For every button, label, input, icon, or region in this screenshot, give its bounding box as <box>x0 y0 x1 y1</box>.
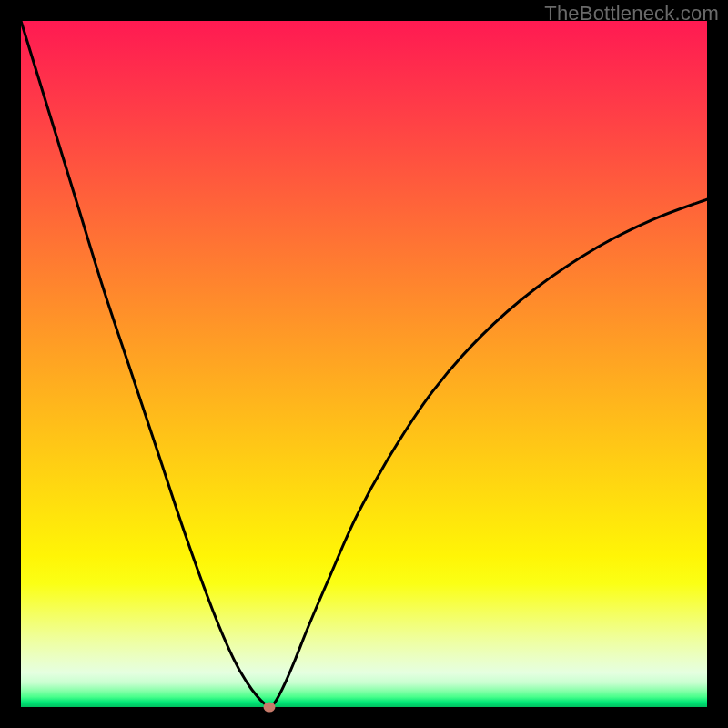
optimal-point-marker <box>263 703 275 713</box>
chart-frame: TheBottleneck.com <box>0 0 728 728</box>
watermark-text: TheBottleneck.com <box>544 2 719 25</box>
plot-area <box>21 21 707 707</box>
bottleneck-curve <box>21 21 707 707</box>
